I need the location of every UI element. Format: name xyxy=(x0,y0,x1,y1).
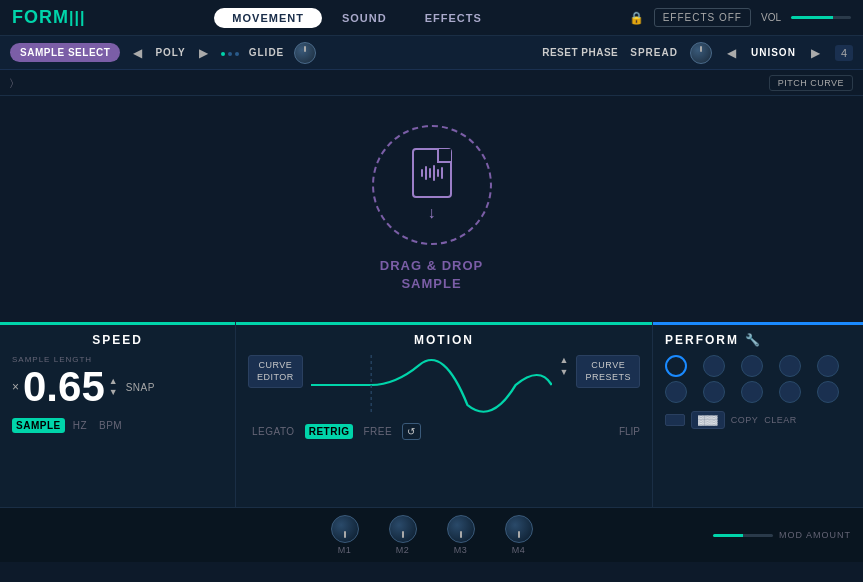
curve-presets-button[interactable]: CURVEPRESETS xyxy=(576,355,640,388)
dot-1 xyxy=(221,52,225,56)
m2-knob[interactable] xyxy=(389,515,417,543)
nav-tabs: MOVEMENT SOUND EFFECTS xyxy=(214,8,499,28)
pad-8[interactable] xyxy=(741,381,763,403)
mod-knob-m3: M3 xyxy=(447,515,475,555)
wave-display xyxy=(311,355,552,415)
main-content: ↓ DRAG & DROP SAMPLE xyxy=(0,96,863,322)
curve-editor-button[interactable]: CURVEEDITOR xyxy=(248,355,303,388)
motion-free-button[interactable]: FREE xyxy=(359,424,396,439)
speed-value-row: × 0.65 ▲ ▼ SNAP xyxy=(12,366,223,408)
unison-button[interactable]: UNISON xyxy=(751,47,796,58)
glide-label: GLIDE xyxy=(249,47,285,58)
copy-button[interactable]: COPY xyxy=(731,415,759,425)
pitch-cursor: 〉 xyxy=(10,77,13,89)
m1-knob[interactable] xyxy=(331,515,359,543)
unison-prev-button[interactable]: ◀ xyxy=(724,46,739,60)
wave-up-button[interactable]: ▲ xyxy=(560,355,569,365)
pad-5[interactable] xyxy=(817,355,839,377)
motion-retrig-button[interactable]: RETRIG xyxy=(305,424,354,439)
speed-up-button[interactable]: ▲ xyxy=(109,377,118,386)
reset-phase-button[interactable]: RESET PHASE xyxy=(542,47,618,58)
wrench-icon: 🔧 xyxy=(745,333,760,347)
speed-arrows: ▲ ▼ xyxy=(109,377,118,397)
mod-knob-m2: M2 xyxy=(389,515,417,555)
mod-amount-label: MOD AMOUNT xyxy=(779,530,851,540)
pad-7[interactable] xyxy=(703,381,725,403)
motion-controls-top: CURVEEDITOR ▲ ▼ CURVEPRESETS xyxy=(248,355,640,415)
speed-section: SPEED SAMPLE LENGTH × 0.65 ▲ ▼ SNAP SAMP… xyxy=(0,322,235,507)
motion-title: MOTION xyxy=(248,333,640,347)
speed-down-button[interactable]: ▼ xyxy=(109,388,118,397)
x-prefix: × xyxy=(12,380,19,394)
speed-value[interactable]: 0.65 xyxy=(23,366,105,408)
poly-dots xyxy=(221,52,239,56)
mod-knob-m4: M4 xyxy=(505,515,533,555)
m3-label: M3 xyxy=(454,545,468,555)
top-bar: FORM||| MOVEMENT SOUND EFFECTS 🔒 EFFECTS… xyxy=(0,0,863,36)
pitch-bar: 〉 PITCH CURVE xyxy=(0,70,863,96)
speed-mode-sample[interactable]: SAMPLE xyxy=(12,418,65,433)
pad-1[interactable] xyxy=(665,355,687,377)
tab-sound[interactable]: SOUND xyxy=(324,8,405,28)
perform-bottom-row: ▓▓▓ COPY CLEAR xyxy=(665,411,851,429)
dot-3 xyxy=(235,52,239,56)
sample-select-button[interactable]: SAMPLE SELECT xyxy=(10,43,120,62)
vol-slider[interactable] xyxy=(791,16,851,19)
clear-button[interactable]: CLEAR xyxy=(764,415,797,425)
speed-mode-bpm[interactable]: BPM xyxy=(95,418,126,433)
waveform-icon xyxy=(421,165,443,181)
logo-bars: ||| xyxy=(69,9,85,26)
wave-arrows: ▲ ▼ xyxy=(560,355,569,377)
m2-label: M2 xyxy=(396,545,410,555)
perform-section: PERFORM 🔧 ▓▓▓ COPY CLEAR xyxy=(653,322,863,507)
spread-label: SPREAD xyxy=(630,47,678,58)
top-right-controls: 🔒 EFFECTS OFF VOL xyxy=(629,8,851,27)
pad-9[interactable] xyxy=(779,381,801,403)
motion-section: MOTION CURVEEDITOR ▲ ▼ CURVEPRESETS LEGA… xyxy=(236,322,652,507)
m3-knob[interactable] xyxy=(447,515,475,543)
pad-6[interactable] xyxy=(665,381,687,403)
piano-button[interactable]: ▓▓▓ xyxy=(691,411,725,429)
speed-modes: SAMPLE HZ BPM xyxy=(12,418,223,433)
mod-bar: M1 M2 M3 M4 MOD AMOUNT xyxy=(0,507,863,562)
glide-knob[interactable] xyxy=(294,42,316,64)
wave-svg xyxy=(311,355,552,415)
logo-text: FORM xyxy=(12,7,69,27)
motion-flip-button[interactable]: FLIP xyxy=(619,426,640,437)
mod-amount-slider[interactable] xyxy=(713,534,773,537)
motion-buttons-row: LEGATO RETRIG FREE ↺ FLIP xyxy=(248,423,640,440)
drag-drop-line1: DRAG & DROP xyxy=(380,258,483,273)
pad-2[interactable] xyxy=(703,355,725,377)
unison-next-button[interactable]: ▶ xyxy=(808,46,823,60)
pad-10[interactable] xyxy=(817,381,839,403)
tab-movement[interactable]: MOVEMENT xyxy=(214,8,322,28)
spread-knob[interactable] xyxy=(690,42,712,64)
bottom-panel: SPEED SAMPLE LENGTH × 0.65 ▲ ▼ SNAP SAMP… xyxy=(0,322,863,507)
pad-4[interactable] xyxy=(779,355,801,377)
perform-title: PERFORM xyxy=(665,333,739,347)
snap-button[interactable]: SNAP xyxy=(126,382,155,393)
speed-mode-hz[interactable]: HZ xyxy=(69,418,91,433)
perform-toggle[interactable] xyxy=(665,414,685,426)
lock-icon: 🔒 xyxy=(629,11,644,25)
second-bar-right: RESET PHASE SPREAD ◀ UNISON ▶ 4 xyxy=(542,42,853,64)
drop-arrow-icon: ↓ xyxy=(428,204,436,222)
motion-loop-button[interactable]: ↺ xyxy=(402,423,421,440)
wave-down-button[interactable]: ▼ xyxy=(560,367,569,377)
tab-effects[interactable]: EFFECTS xyxy=(407,8,500,28)
poly-next-button[interactable]: ▶ xyxy=(196,46,211,60)
m4-knob[interactable] xyxy=(505,515,533,543)
unison-count: 4 xyxy=(835,45,853,61)
pitch-curve-button[interactable]: PITCH CURVE xyxy=(769,75,853,91)
file-icon xyxy=(412,148,452,198)
pad-3[interactable] xyxy=(741,355,763,377)
drag-drop-zone[interactable]: ↓ xyxy=(372,125,492,245)
app-logo: FORM||| xyxy=(12,7,85,28)
drag-drop-line2: SAMPLE xyxy=(401,276,461,291)
vol-label: VOL xyxy=(761,12,781,23)
effects-off-button[interactable]: EFFECTS OFF xyxy=(654,8,751,27)
drag-drop-text: DRAG & DROP SAMPLE xyxy=(380,257,483,293)
m4-label: M4 xyxy=(512,545,526,555)
poly-prev-button[interactable]: ◀ xyxy=(130,46,145,60)
motion-legato-button[interactable]: LEGATO xyxy=(248,424,299,439)
